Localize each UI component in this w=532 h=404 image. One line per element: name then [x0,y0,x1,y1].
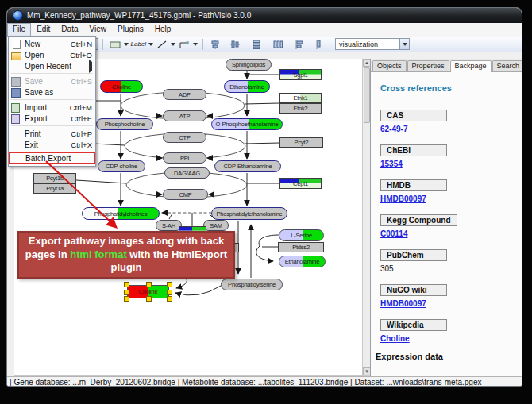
saveas-icon [11,88,21,96]
metabolite-node-dag-aag[interactable]: DAG/AAG [164,167,210,179]
gene-box-pcyt2[interactable]: Pcyt2 [279,137,323,148]
scrollbar-thumb[interactable] [364,67,370,123]
node-label: Etnk1 [291,94,309,102]
node-label: Phosphocholine [103,121,147,128]
tab-objects[interactable]: Objects [372,60,407,71]
menu-plugins[interactable]: Plugins [112,23,149,37]
canvas-vertical-scrollbar[interactable]: ▲ ▼ [362,59,370,375]
line-tool-button[interactable] [155,37,169,51]
metabolite-node-o-phosphoethanolamine[interactable]: O-Phosphoethanolamine [211,118,283,130]
metabolite-node-phosphatidylcholines[interactable]: Phosphatidylcholines [82,207,160,220]
label-dropdown-icon[interactable] [148,43,154,46]
section-link[interactable]: C00114 [380,229,521,238]
metabolite-node-phosphatidylserine[interactable]: Phosphatidylserine [221,279,283,290]
metabolite-node-cmp[interactable]: CMP [163,189,208,200]
node-label: Pcyt1a [44,185,65,192]
backpage-section-nugo-wiki: NuGO wikiHMDB00097 [380,282,521,308]
section-link[interactable]: HMDB00097 [380,299,521,308]
metabolite-node-ethanolamine[interactable]: Ethanolamine [279,256,326,267]
menu-item-open-recent[interactable]: Open Recent [9,60,95,71]
align-top-button[interactable] [312,37,326,51]
menu-view[interactable]: View [83,23,112,37]
add-datanode-button[interactable] [108,37,122,51]
metabolite-node-cdp-choline[interactable]: CDP-choline [98,160,145,172]
connector-dropdown-icon[interactable] [192,43,199,46]
gene-box-etnk1[interactable]: Etnk1 [279,93,322,103]
selection-handle[interactable] [124,296,129,302]
node-label: Pcyt1b [44,175,65,182]
gene-box-pcyt1b[interactable]: Pcyt1b [33,173,76,183]
gene-box-ptdss2[interactable]: Ptdss2 [278,242,324,252]
metabolite-node-sphingolipids[interactable]: Sphingolipids [226,59,272,71]
chevron-down-icon[interactable] [399,39,409,49]
metabolite-node-adp[interactable]: ADP [163,89,206,100]
tab-properties[interactable]: Properties [407,60,449,71]
menu-item-import[interactable]: ImportCtrl+M [9,102,95,113]
section-link[interactable]: 15354 [380,160,521,168]
menu-file[interactable]: File [7,23,31,37]
menu-item-batch-export[interactable]: Batch Export [10,152,94,164]
status-bar: | Gene database: ...m_Derby_20120602.bri… [7,376,522,387]
section-link[interactable]: HMDB00097 [380,194,521,203]
menu-item-open[interactable]: OpenCtrl+O [9,49,95,60]
selection-handle[interactable] [146,282,152,287]
menu-item-label: Open [25,51,44,60]
menu-item-print[interactable]: PrintCtrl+P [9,128,95,139]
align-middle-button[interactable] [228,37,242,51]
menu-item-export[interactable]: ExportCtrl+E [9,113,95,124]
metabolite-node-choline[interactable]: Choline [127,285,169,298]
stack-vertical-button[interactable] [249,37,264,51]
selection-handle[interactable] [167,296,172,302]
menu-item-exit[interactable]: ExitCtrl+X [9,139,95,150]
metabolite-node-atp[interactable]: ATP [163,110,206,121]
menu-item-save-as[interactable]: Save as [9,87,95,98]
datanode-dropdown-icon[interactable] [123,43,129,46]
toolbar-separator [202,39,203,50]
gene-box-etnk2[interactable]: Etnk2 [279,103,322,114]
metabolite-node-cdp-ethanolamine[interactable]: CDP-Ethanolamine [214,160,281,172]
gene-box-pcyt1a[interactable]: Pcyt1a [33,183,76,194]
align-center-button[interactable] [208,37,222,51]
menu-item-shortcut: Ctrl+O [70,51,92,60]
metabolite-node-choline[interactable]: Choline [100,80,143,93]
selection-handle[interactable] [124,282,129,287]
metabolite-node-ppi[interactable]: PPi [163,152,206,164]
menu-item-shortcut: Ctrl+M [70,103,92,112]
gene-box-cept1[interactable]: Cept1 [279,178,322,189]
selection-handle[interactable] [124,290,129,295]
tab-search[interactable]: Search [492,60,522,71]
side-panel-tabs: ObjectsPropertiesBackpageSearchLegend [371,59,522,72]
metabolite-node-sam[interactable]: SAM [203,220,229,231]
annotation-text: with the HtmlExport plugin [111,248,228,274]
align-left-button[interactable] [292,37,306,51]
menu-data[interactable]: Data [56,23,83,37]
line-dropdown-icon[interactable] [170,43,176,46]
menu-icon-spacer [11,129,21,137]
stack-horizontal-button[interactable] [271,37,285,51]
metabolite-node-phosphatidylethanolamine[interactable]: Phosphatidylethanolamine [211,207,287,220]
tab-backpage[interactable]: Backpage [450,60,492,72]
section-link[interactable]: 62-49-7 [380,125,521,133]
section-link[interactable]: Choline [380,334,521,343]
menu-item-save[interactable]: SaveCtrl+S [9,75,95,87]
metabolite-node-ctp[interactable]: CTP [163,132,206,143]
metabolite-node-l-serine[interactable]: L-Serine [279,229,324,241]
menu-item-new[interactable]: NewCtrl+N [9,38,95,49]
connector-tool-button[interactable] [177,37,191,51]
label-tool-button[interactable]: Label [130,37,148,51]
backpage-section-hmdb: HMDBHMDB00097 [380,177,521,203]
selection-handle[interactable] [167,290,172,295]
menu-edit[interactable]: Edit [31,23,56,37]
menu-help[interactable]: Help [149,23,177,37]
gene-box-sgpl1[interactable]: Sgpl1 [279,69,322,80]
selection-handle[interactable] [146,296,152,302]
annotation-callout: Export pathway images along with back pa… [17,231,235,279]
new-icon [11,40,21,48]
node-label: ATP [178,113,191,120]
visualization-select[interactable]: visualization [335,38,410,50]
menu-item-label: New [25,40,40,48]
selection-handle[interactable] [167,282,172,287]
metabolite-node-phosphocholine[interactable]: Phosphocholine [96,118,153,130]
metabolite-node-ethanolamine[interactable]: Ethanolamine [224,80,270,93]
side-panel: ObjectsPropertiesBackpageSearchLegend Cr… [370,59,522,383]
